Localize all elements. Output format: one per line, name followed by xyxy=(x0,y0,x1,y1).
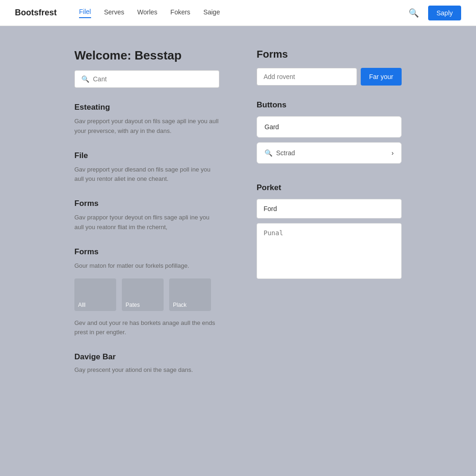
gallery-label-1: Pates xyxy=(126,302,140,308)
nav-link-saige[interactable]: Saige xyxy=(203,8,220,18)
davige-title: Davige Bar xyxy=(74,352,219,362)
section-forms2-text: Gour maton for matler our forkels pofill… xyxy=(74,261,219,271)
search-icon-sm: 🔍 xyxy=(81,75,89,83)
section-forms1-text: Gav prappor tyour deyout on flirs sage a… xyxy=(74,213,219,232)
add-form-button[interactable]: Far your xyxy=(361,68,402,86)
search-icon[interactable]: 🔍 xyxy=(409,8,419,18)
section-esteating: Esteating Gav prepport your dayout on fi… xyxy=(74,103,219,136)
search-box[interactable]: 🔍 xyxy=(74,70,219,88)
nav-link-filel[interactable]: Filel xyxy=(79,8,91,18)
welcome-section: Welcome: Besstap 🔍 xyxy=(74,48,219,88)
main-content: Welcome: Besstap 🔍 Esteating Gav preppor… xyxy=(0,26,476,397)
pocket-title: Porket xyxy=(257,183,402,192)
section-file-text: Gav prepport your dlesand on fils sage p… xyxy=(74,165,219,185)
section-file-title: File xyxy=(74,151,219,160)
pocket-section: Porket xyxy=(257,183,402,281)
section-file: File Gav prepport your dlesand on fils s… xyxy=(74,151,219,185)
brand: Bootsfrest xyxy=(15,8,57,18)
card-item-gard: Gard xyxy=(257,116,402,138)
section-forms2-extra-text: Gev and out your re has borkets anage au… xyxy=(74,318,219,338)
gallery-label-2: Plack xyxy=(173,302,186,308)
welcome-title: Welcome: Besstap xyxy=(74,48,219,63)
forms-right-title: Forms xyxy=(257,48,402,60)
add-form-input[interactable] xyxy=(257,68,357,86)
pocket-textarea[interactable] xyxy=(257,223,402,279)
section-forms1: Forms Gav prappor tyour deyout on flirs … xyxy=(74,199,219,232)
buttons-section: Buttons Gard 🔍 Sctrad › xyxy=(257,100,402,168)
section-forms2-title: Forms xyxy=(74,247,219,257)
section-forms2: Forms Gour maton for matler our forkels … xyxy=(74,247,219,337)
card-search-left: 🔍 Sctrad xyxy=(264,149,295,157)
left-column: Welcome: Besstap 🔍 Esteating Gav preppor… xyxy=(74,48,219,375)
section-esteating-text: Gav prepport your dayout on fils sage ap… xyxy=(74,117,219,136)
cta-button[interactable]: Saply xyxy=(428,6,461,20)
card-item-sctrad[interactable]: 🔍 Sctrad › xyxy=(257,142,402,164)
search-input[interactable] xyxy=(93,75,212,83)
nav-link-serves[interactable]: Serves xyxy=(104,8,125,18)
card-sctrad-text: Sctrad xyxy=(276,149,295,157)
card-search-icon: 🔍 xyxy=(264,149,272,157)
forms-right-section: Forms Far your xyxy=(257,48,402,86)
nav-link-worles[interactable]: Worles xyxy=(137,8,157,18)
chevron-right-icon: › xyxy=(391,149,394,157)
section-davige: Davige Bar Gay prescent your ationd oni … xyxy=(74,352,219,375)
gallery-row: Alll Pates Plack xyxy=(74,278,219,311)
navbar-right: 🔍 Saply xyxy=(409,6,461,20)
buttons-title: Buttons xyxy=(257,100,402,110)
section-forms1-title: Forms xyxy=(74,199,219,208)
right-column: Forms Far your Buttons Gard 🔍 Sctrad › P… xyxy=(257,48,402,375)
add-form-row: Far your xyxy=(257,68,402,86)
gallery-item-1[interactable]: Pates xyxy=(122,278,164,311)
pocket-input[interactable] xyxy=(257,199,402,218)
nav-link-fokers[interactable]: Fokers xyxy=(171,8,191,18)
gallery-item-0[interactable]: Alll xyxy=(74,278,116,311)
section-esteating-title: Esteating xyxy=(74,103,219,112)
card-gard-text: Gard xyxy=(264,123,279,131)
davige-text: Gay prescent your ationd oni the sage da… xyxy=(74,365,219,375)
gallery-label-0: Alll xyxy=(78,302,86,308)
navbar: Bootsfrest Filel Serves Worles Fokers Sa… xyxy=(0,0,476,26)
nav-links: Filel Serves Worles Fokers Saige xyxy=(79,8,409,18)
gallery-item-2[interactable]: Plack xyxy=(169,278,211,311)
